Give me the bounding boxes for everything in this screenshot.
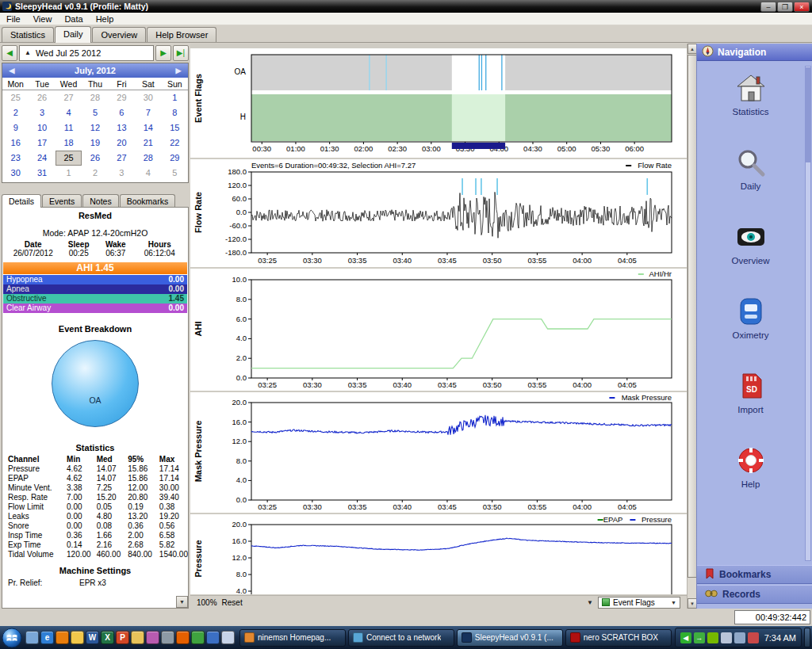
calendar-day[interactable]: 22 <box>162 136 188 151</box>
calendar-day[interactable]: 29 <box>162 151 188 166</box>
calendar-day[interactable]: 5 <box>82 105 108 120</box>
calendar-day[interactable]: 4 <box>135 166 161 181</box>
calendar-day[interactable]: 14 <box>135 120 161 136</box>
mail-icon[interactable] <box>71 631 84 644</box>
reset-zoom-button[interactable]: Reset <box>222 598 243 607</box>
calendar-day[interactable]: 1 <box>56 166 82 181</box>
sidebar-item-import[interactable]: SDImport <box>697 364 804 438</box>
maximize-button[interactable]: ❐ <box>777 2 793 12</box>
sidebar-item-overview[interactable]: Overview <box>697 215 804 289</box>
calendar-day[interactable]: 7 <box>135 105 161 120</box>
notepad-icon[interactable] <box>221 631 235 644</box>
sidebar-item-records[interactable]: Records <box>697 585 812 604</box>
calendar-day[interactable]: 27 <box>56 90 82 105</box>
folder-icon[interactable] <box>131 631 144 644</box>
show-desktop-icon[interactable] <box>25 631 39 644</box>
calculator-icon[interactable] <box>161 631 174 644</box>
latest-day-button[interactable]: ▶| <box>173 45 189 61</box>
messenger-icon[interactable] <box>191 631 205 644</box>
calendar-day[interactable]: 29 <box>109 90 135 105</box>
powerpoint-icon[interactable]: P <box>116 631 129 644</box>
security-icon[interactable] <box>748 632 759 643</box>
display-icon[interactable] <box>707 632 718 643</box>
tab-bookmarks[interactable]: Bookmarks <box>120 194 176 207</box>
tab-notes[interactable]: Notes <box>82 194 118 207</box>
calendar-day[interactable]: 11 <box>56 120 82 136</box>
volume-icon[interactable] <box>721 632 732 643</box>
calendar-day[interactable]: 28 <box>135 151 161 166</box>
media-player-icon[interactable] <box>56 631 69 644</box>
excel-icon[interactable]: X <box>101 631 114 644</box>
update-icon[interactable]: → <box>694 632 705 643</box>
scroll-down-button[interactable]: ▼ <box>176 596 188 608</box>
menu-data[interactable]: Data <box>58 13 89 25</box>
menu-file[interactable]: File <box>0 13 27 25</box>
calendar-day[interactable]: 4 <box>56 105 82 120</box>
calendar-day[interactable]: 25 <box>56 151 82 166</box>
calendar-day[interactable]: 20 <box>109 136 135 151</box>
sidebar-item-statistics[interactable]: Statistics <box>697 66 804 140</box>
calendar-day[interactable]: 5 <box>162 166 188 181</box>
tab-daily[interactable]: Daily <box>55 26 91 43</box>
firefox-icon[interactable] <box>176 631 190 644</box>
calendar-day[interactable]: 16 <box>2 136 29 151</box>
calendar-day[interactable]: 10 <box>29 120 55 136</box>
calendar-day[interactable]: 27 <box>109 151 135 166</box>
date-selector[interactable]: ▲ Wed Jul 25 2012 <box>19 45 154 61</box>
calendar-day[interactable]: 24 <box>29 151 55 166</box>
sidebar-scrollbar[interactable] <box>805 66 811 561</box>
taskbar-clock[interactable]: 7:34 AM <box>764 633 796 643</box>
charts-scrollbar[interactable]: ▲ ▼ <box>687 44 696 609</box>
next-day-button[interactable]: ▶ <box>155 45 171 61</box>
calendar-day[interactable]: 23 <box>2 151 29 166</box>
calendar-day[interactable]: 21 <box>135 136 161 151</box>
flow-rate-chart[interactable]: Flow Rate180.0120.060.00.0-60.0-120.0-18… <box>190 159 687 267</box>
tab-details[interactable]: Details <box>2 194 41 208</box>
calendar-day[interactable]: 26 <box>82 151 108 166</box>
calendar-day[interactable]: 26 <box>29 90 55 105</box>
calendar-day[interactable]: 25 <box>2 90 29 105</box>
calendar-day[interactable]: 18 <box>56 136 82 151</box>
show-desktop-button[interactable] <box>804 628 810 647</box>
minimize-button[interactable]: – <box>760 2 776 12</box>
calendar-day[interactable]: 30 <box>135 90 161 105</box>
tab-overview[interactable]: Overview <box>92 27 146 42</box>
calendar-day[interactable]: 15 <box>162 120 188 136</box>
tab-help-browser[interactable]: Help Browser <box>147 27 216 42</box>
previous-month-arrow-icon[interactable]: ◀ <box>7 67 17 74</box>
taskbar-button-ninemsn-homepag[interactable]: ninemsn Homepag... <box>239 629 346 647</box>
calendar-day[interactable]: 8 <box>162 105 188 120</box>
globe-icon[interactable] <box>206 631 220 644</box>
paint-icon[interactable] <box>146 631 159 644</box>
calendar-day[interactable]: 31 <box>29 166 55 181</box>
chevron-down-icon[interactable]: ▼ <box>587 599 593 606</box>
menu-help[interactable]: Help <box>90 13 121 25</box>
sidebar-item-daily[interactable]: Daily <box>697 140 804 215</box>
mask-pressure-chart[interactable]: Mask Pressure20.016.012.08.04.00.003:250… <box>190 392 687 513</box>
next-month-arrow-icon[interactable]: ▶ <box>174 67 183 74</box>
word-icon[interactable]: W <box>86 631 99 644</box>
ie-icon[interactable]: e <box>40 631 54 644</box>
calendar-day[interactable]: 19 <box>82 136 108 151</box>
graph-select-combo[interactable]: Event Flags ▼ <box>598 597 680 609</box>
tab-statistics[interactable]: Statistics <box>2 27 54 42</box>
sidebar-item-oximetry[interactable]: Oximetry <box>697 289 804 364</box>
calendar-day[interactable]: 2 <box>2 105 29 120</box>
calendar-day[interactable]: 2 <box>82 166 108 181</box>
start-button[interactable] <box>2 628 22 648</box>
calendar-day[interactable]: 1 <box>162 90 188 105</box>
sidebar-item-bookmarks[interactable]: Bookmarks <box>697 565 812 584</box>
calendar-day[interactable]: 30 <box>2 166 29 181</box>
calendar-day[interactable]: 6 <box>109 105 135 120</box>
calendar-day[interactable]: 9 <box>2 120 29 136</box>
taskbar-button-nero-scratch-box[interactable]: nero SCRATCH BOX <box>565 629 672 647</box>
tab-events[interactable]: Events <box>42 194 82 207</box>
menu-view[interactable]: View <box>27 13 59 25</box>
sidebar-item-help[interactable]: Help <box>697 438 804 513</box>
calendar-day[interactable]: 12 <box>82 120 108 136</box>
hidden-icons-arrow-icon[interactable]: ◀ <box>680 632 691 643</box>
taskbar-button-sleepyhead-v0-9-1[interactable]: SleepyHead v0.9.1 (... <box>457 629 563 647</box>
pressure-chart[interactable]: Pressure20.016.012.08.04.0PressureEPAP <box>190 514 687 594</box>
taskbar-button-connect-to-a-network[interactable]: Connect to a network <box>348 629 454 647</box>
calendar-day[interactable]: 3 <box>29 105 55 120</box>
